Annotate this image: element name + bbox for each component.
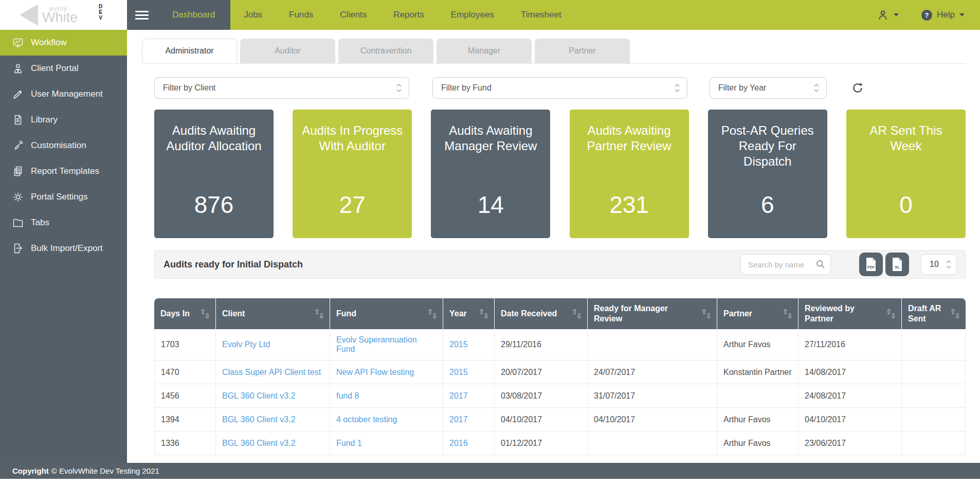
sidebar-item-label: Portal Settings [31,192,88,202]
nav-item-timesheet[interactable]: Timesheet [507,0,575,30]
client-link[interactable]: Class Super API Client test [222,368,321,376]
sort-icon[interactable]: ⇧⇩ [197,310,210,318]
export-pdf-button[interactable]: PDF [859,253,883,276]
cell-ready-for-manager-review: 24/07/2017 [588,361,717,384]
column-header-partner[interactable]: Partner⇧⇩ [717,298,798,329]
year-link[interactable]: 2016 [449,439,468,447]
card-value: 0 [899,191,913,219]
nav-item-reports[interactable]: Reports [380,0,438,30]
column-header-year[interactable]: Year⇧⇩ [443,298,495,329]
fund-link[interactable]: fund 8 [336,391,359,400]
sidebar-item-library[interactable]: Library [0,107,127,133]
user-menu[interactable] [877,9,899,21]
tab-manager[interactable]: Manager [437,39,532,63]
column-header-date-received[interactable]: Date Received⇧⇩ [495,298,588,329]
sidebar-item-customisation[interactable]: Customisation [0,133,127,158]
year-link[interactable]: 2015 [449,368,468,376]
library-icon [11,113,25,127]
card-audits-awaiting-auditor-allocation[interactable]: Audits Awaiting Auditor Allocation 876 [154,110,274,238]
cell-client: Class Super API Client test [216,361,330,384]
fund-link[interactable]: 4 october testing [336,415,397,424]
tab-partner[interactable]: Partner [535,39,630,63]
sort-icon[interactable]: ⇧⇩ [779,310,793,318]
sort-icon[interactable]: ⇧⇩ [569,310,582,318]
card-title: Audits Awaiting Manager Review [431,110,550,154]
export-excel-button[interactable]: XL [885,253,909,276]
card-post-ar-queries-ready-for-dispatch[interactable]: Post-AR Queries Ready For Dispatch 6 [708,110,827,238]
cell-fund: Evolv Superannuation Fund [330,329,443,361]
fund-link[interactable]: Fund 1 [336,439,362,447]
column-header-days-in[interactable]: Days In⇧⇩ [154,298,216,329]
sort-icon[interactable]: ⇧⇩ [424,310,438,318]
page-size-select[interactable]: 10 [921,254,957,275]
filter-by-client-select[interactable]: Filter by Client [154,77,409,99]
cell-date-received: 03/08/2017 [495,384,588,408]
cell-year: 2016 [443,432,495,455]
card-ar-sent-this-week[interactable]: AR Sent This Week 0 [846,110,966,238]
nav-item-employees[interactable]: Employees [438,0,507,30]
sidebar-item-bulk-import-export[interactable]: Bulk Import/Export [0,236,127,261]
sidebar-item-label: Tabs [31,218,49,228]
refresh-button[interactable] [850,81,865,95]
sort-icon[interactable]: ⇧⇩ [698,310,712,318]
tab-contravention[interactable]: Contravention [338,39,433,63]
sort-icon[interactable]: ⇧⇩ [883,310,896,318]
sidebar-item-client-portal[interactable]: Client Portal [0,56,127,81]
sidebar-item-user-management[interactable]: User Management [0,81,127,107]
sidebar-item-label: Report Templates [31,166,99,176]
card-audits-awaiting-manager-review[interactable]: Audits Awaiting Manager Review 14 [431,110,550,238]
card-audits-awaiting-partner-review[interactable]: Audits Awaiting Partner Review 231 [570,110,689,238]
sidebar-item-tabs[interactable]: Tabs [0,210,127,236]
card-title: Post-AR Queries Ready For Dispatch [708,110,827,170]
card-value: 14 [478,191,504,219]
cell-ready-for-manager-review [588,329,717,361]
card-audits-in-progress-with-auditor[interactable]: Audits In Progress With Auditor 27 [293,110,412,238]
cell-fund: Fund 1 [330,432,443,455]
card-value: 876 [194,191,234,219]
table-body: 1703 Evolv Pty Ltd Evolv Superannuation … [154,329,966,455]
nav-item-jobs[interactable]: Jobs [230,0,276,30]
fund-link[interactable]: Evolv Superannuation Fund [336,335,417,353]
card-value: 231 [609,191,649,219]
sort-icon[interactable]: ⇧⇩ [476,310,489,318]
tab-auditor[interactable]: Auditor [240,39,335,63]
sort-icon[interactable]: ⇧⇩ [947,310,960,318]
env-badge: D E V [99,4,102,21]
year-link[interactable]: 2017 [449,415,468,424]
filter-by-fund-select[interactable]: Filter by Fund [432,77,687,99]
column-header-reviewed-by-partner[interactable]: Reviewed by Partner⇧⇩ [798,298,902,329]
hamburger-menu-button[interactable] [127,0,157,30]
cell-reviewed-by-partner: 24/08/2017 [798,384,902,408]
year-link[interactable]: 2017 [449,391,468,400]
sidebar-item-workflow[interactable]: Workflow [0,30,127,56]
help-menu[interactable]: ? Help [921,10,965,21]
year-link[interactable]: 2015 [449,340,468,349]
column-header-fund[interactable]: Fund⇧⇩ [330,298,443,329]
client-link[interactable]: BGL 360 Client v3.2 [222,439,296,447]
main-content: Administrator Auditor Contravention Mana… [127,30,980,463]
cell-year: 2015 [443,329,495,361]
sort-icon[interactable]: ⇧⇩ [311,310,324,318]
nav-item-clients[interactable]: Clients [326,0,380,30]
column-header-draft-ar-sent[interactable]: Draft AR Sent⇧⇩ [902,298,966,329]
column-header-client[interactable]: Client⇧⇩ [216,298,330,329]
cell-date-received: 29/11/2016 [495,329,588,361]
cell-draft-ar-sent [902,384,966,408]
person-icon [877,9,889,21]
fund-link[interactable]: New API Flow testing [336,368,414,376]
cell-date-received: 20/07/2017 [495,361,588,384]
client-link[interactable]: Evolv Pty Ltd [222,340,270,349]
column-header-ready-for-manager-review[interactable]: Ready for Manager Review⇧⇩ [588,298,717,329]
tab-administrator[interactable]: Administrator [142,39,237,63]
workflow-icon [11,36,25,49]
filter-by-year-select[interactable]: Filter by Year [710,77,827,99]
nav-item-dashboard[interactable]: Dashboard [157,0,230,30]
client-link[interactable]: BGL 360 Client v3.2 [222,391,296,400]
sidebar-item-portal-settings[interactable]: Portal Settings [0,184,127,210]
select-stepper-icon [814,83,819,93]
client-link[interactable]: BGL 360 Client v3.2 [222,415,296,424]
sidebar-item-report-templates[interactable]: Report Templates [0,158,127,184]
cell-partner: Arthur Favos [717,329,798,361]
nav-item-funds[interactable]: Funds [276,0,326,30]
search-icon[interactable] [815,259,826,272]
